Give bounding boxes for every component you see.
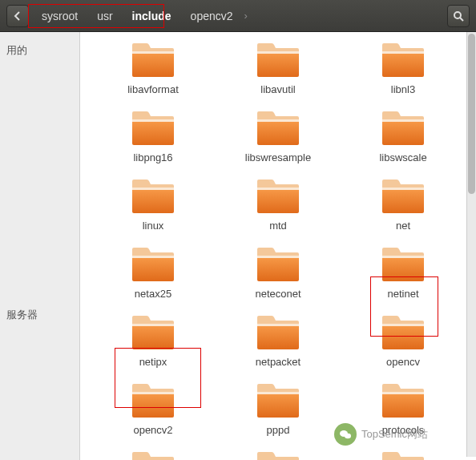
folder-icon xyxy=(381,246,426,283)
folder-label: pppd xyxy=(267,424,290,436)
folder-icon xyxy=(256,110,301,147)
folder-rdma[interactable]: rdma xyxy=(220,450,337,460)
folder-label: netipx xyxy=(139,356,167,368)
folder-icon xyxy=(256,382,301,419)
svg-rect-9 xyxy=(257,188,299,190)
folder-net[interactable]: net xyxy=(345,178,462,232)
folder-icon xyxy=(256,246,301,283)
svg-rect-15 xyxy=(257,324,299,326)
breadcrumb-item-include[interactable]: include xyxy=(123,6,181,26)
watermark: TopSemic网站 xyxy=(334,423,428,446)
content-area: libavformatlibavutillibnl3libpng16libswr… xyxy=(80,32,476,460)
scrollbar[interactable] xyxy=(466,32,476,457)
folder-label: libavutil xyxy=(260,83,295,95)
sidebar-label-used[interactable]: 用的 xyxy=(0,38,79,63)
svg-rect-16 xyxy=(382,324,424,326)
sidebar-label-server[interactable]: 服务器 xyxy=(0,303,79,327)
breadcrumb: sysrootusrincludeopencv2› xyxy=(32,6,249,26)
svg-rect-8 xyxy=(132,188,174,190)
svg-rect-4 xyxy=(382,51,424,54)
svg-rect-17 xyxy=(132,392,174,394)
folder-label: libswscale xyxy=(379,151,426,163)
folder-icon xyxy=(381,314,426,351)
svg-rect-2 xyxy=(132,51,174,54)
folder-label: netpacket xyxy=(256,356,301,368)
folder-label: linux xyxy=(143,220,164,232)
folder-netipx[interactable]: netipx xyxy=(95,314,212,368)
svg-rect-11 xyxy=(132,256,174,258)
folder-icon xyxy=(381,42,426,79)
folder-icon xyxy=(131,314,175,351)
folder-grid: libavformatlibavutillibnl3libpng16libswr… xyxy=(80,32,476,460)
search-icon xyxy=(453,10,464,22)
svg-rect-7 xyxy=(382,119,424,122)
scroll-thumb[interactable] xyxy=(468,34,475,194)
folder-mtd[interactable]: mtd xyxy=(220,178,337,232)
folder-label: netax25 xyxy=(135,288,171,300)
svg-rect-3 xyxy=(257,51,299,54)
folder-libswresample[interactable]: libswresample xyxy=(220,110,337,163)
folder-qt5[interactable]: qt5 xyxy=(95,450,212,460)
folder-icon xyxy=(256,450,301,460)
folder-label: netinet xyxy=(387,288,418,300)
folder-icon xyxy=(131,42,175,79)
folder-icon xyxy=(131,110,175,147)
main-area: 用的 服务器 libavformatlibavutillibnl3libpng1… xyxy=(0,32,476,460)
svg-rect-12 xyxy=(257,256,299,258)
chevron-right-icon: › xyxy=(243,10,249,22)
svg-rect-6 xyxy=(257,119,299,122)
folder-icon xyxy=(381,110,426,147)
svg-rect-13 xyxy=(382,256,424,258)
folder-icon xyxy=(381,382,426,419)
folder-netinet[interactable]: netinet xyxy=(345,246,462,300)
folder-libswscale[interactable]: libswscale xyxy=(345,110,462,163)
folder-neteconet[interactable]: neteconet xyxy=(220,246,337,300)
folder-libavformat[interactable]: libavformat xyxy=(95,42,212,95)
folder-libavutil[interactable]: libavutil xyxy=(220,42,337,95)
folder-icon xyxy=(256,42,301,79)
svg-rect-18 xyxy=(257,392,299,394)
chevron-left-icon xyxy=(13,11,22,21)
folder-netpacket[interactable]: netpacket xyxy=(220,314,337,368)
svg-line-1 xyxy=(460,18,463,21)
folder-opencv[interactable]: opencv xyxy=(345,314,462,368)
svg-point-0 xyxy=(454,12,461,18)
folder-icon xyxy=(131,246,175,283)
back-button[interactable] xyxy=(6,5,29,27)
watermark-text: TopSemic网站 xyxy=(361,427,428,442)
folder-libpng16[interactable]: libpng16 xyxy=(95,110,212,163)
toolbar: sysrootusrincludeopencv2› xyxy=(0,0,476,32)
folder-icon xyxy=(381,450,426,460)
wechat-icon xyxy=(334,423,357,446)
folder-libnl3[interactable]: libnl3 xyxy=(345,42,462,95)
svg-point-24 xyxy=(345,434,351,438)
folder-label: opencv xyxy=(386,356,420,368)
folder-label: net xyxy=(396,220,410,232)
folder-opencv2[interactable]: opencv2 xyxy=(95,382,212,436)
breadcrumb-item-opencv2[interactable]: opencv2 xyxy=(181,6,243,26)
folder-linux[interactable]: linux xyxy=(95,178,212,232)
folder-label: neteconet xyxy=(255,288,301,300)
search-button[interactable] xyxy=(447,5,470,27)
breadcrumb-item-sysroot[interactable]: sysroot xyxy=(32,6,87,26)
folder-rpc[interactable]: rpc xyxy=(345,450,462,460)
folder-icon xyxy=(131,450,175,460)
folder-icon xyxy=(131,178,175,215)
folder-label: libswresample xyxy=(245,151,311,163)
folder-netax25[interactable]: netax25 xyxy=(95,246,212,300)
breadcrumb-item-usr[interactable]: usr xyxy=(87,6,122,26)
folder-label: libnl3 xyxy=(391,83,415,95)
folder-icon xyxy=(131,382,175,419)
svg-rect-19 xyxy=(382,392,424,394)
folder-label: opencv2 xyxy=(133,424,172,436)
folder-icon xyxy=(256,178,301,215)
sidebar: 用的 服务器 xyxy=(0,32,80,460)
svg-rect-10 xyxy=(382,188,424,190)
folder-pppd[interactable]: pppd xyxy=(220,382,337,436)
svg-rect-5 xyxy=(132,119,174,122)
folder-icon xyxy=(381,178,426,215)
folder-label: mtd xyxy=(269,220,287,232)
folder-icon xyxy=(256,314,301,351)
folder-label: libavformat xyxy=(127,83,179,95)
folder-label: libpng16 xyxy=(133,151,172,163)
